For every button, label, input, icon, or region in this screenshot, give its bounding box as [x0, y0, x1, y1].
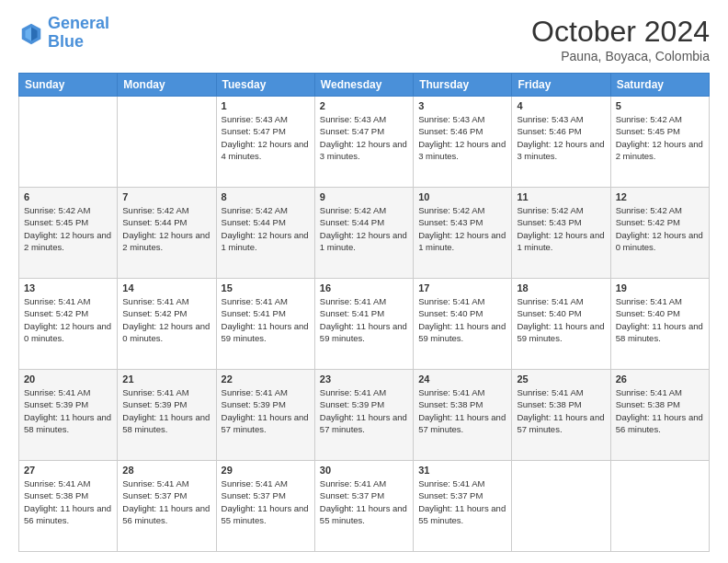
day-info: Sunrise: 5:41 AMSunset: 5:39 PMDaylight:…: [24, 386, 112, 435]
sunset-text: Sunset: 5:45 PM: [616, 126, 680, 136]
header: General Blue October 2024 Pauna, Boyaca,…: [18, 15, 710, 63]
day-info: Sunrise: 5:42 AMSunset: 5:45 PMDaylight:…: [616, 113, 704, 162]
daylight-text: Daylight: 12 hours and 1 minute.: [222, 230, 309, 252]
sunset-text: Sunset: 5:45 PM: [24, 217, 88, 227]
daylight-text: Daylight: 11 hours and 59 minutes.: [320, 321, 407, 343]
day-info: Sunrise: 5:41 AMSunset: 5:42 PMDaylight:…: [24, 295, 112, 344]
daylight-text: Daylight: 11 hours and 59 minutes.: [418, 321, 506, 343]
sunrise-text: Sunrise: 5:42 AM: [418, 205, 484, 215]
daylight-text: Daylight: 11 hours and 58 minutes.: [616, 321, 703, 343]
daylight-text: Daylight: 11 hours and 57 minutes.: [418, 412, 506, 434]
sunset-text: Sunset: 5:42 PM: [24, 308, 88, 318]
sunset-text: Sunset: 5:38 PM: [24, 490, 88, 500]
sunrise-text: Sunrise: 5:42 AM: [616, 114, 682, 124]
sunset-text: Sunset: 5:43 PM: [418, 217, 483, 227]
daylight-text: Daylight: 12 hours and 0 minutes.: [24, 321, 111, 343]
daylight-text: Daylight: 11 hours and 58 minutes.: [24, 412, 111, 434]
weekday-header-row: SundayMondayTuesdayWednesdayThursdayFrid…: [19, 74, 710, 97]
day-info: Sunrise: 5:41 AMSunset: 5:40 PMDaylight:…: [616, 295, 704, 344]
calendar-cell: 14Sunrise: 5:41 AMSunset: 5:42 PMDayligh…: [118, 279, 216, 370]
calendar-cell: 27Sunrise: 5:41 AMSunset: 5:38 PMDayligh…: [19, 461, 118, 552]
calendar-cell: 19Sunrise: 5:41 AMSunset: 5:40 PMDayligh…: [610, 279, 709, 370]
calendar-cell: 17Sunrise: 5:41 AMSunset: 5:40 PMDayligh…: [414, 279, 512, 370]
logo-text: General Blue: [48, 15, 109, 52]
daylight-text: Daylight: 11 hours and 59 minutes.: [517, 321, 604, 343]
day-info: Sunrise: 5:41 AMSunset: 5:38 PMDaylight:…: [418, 386, 506, 435]
sunset-text: Sunset: 5:38 PM: [616, 399, 680, 409]
day-info: Sunrise: 5:41 AMSunset: 5:39 PMDaylight:…: [122, 386, 210, 435]
day-info: Sunrise: 5:41 AMSunset: 5:41 PMDaylight:…: [320, 295, 408, 344]
sunset-text: Sunset: 5:42 PM: [122, 308, 187, 318]
calendar-cell: 12Sunrise: 5:42 AMSunset: 5:42 PMDayligh…: [610, 188, 709, 279]
week-row-4: 20Sunrise: 5:41 AMSunset: 5:39 PMDayligh…: [19, 370, 710, 461]
sunrise-text: Sunrise: 5:41 AM: [122, 296, 188, 306]
sunset-text: Sunset: 5:44 PM: [222, 217, 286, 227]
sunrise-text: Sunrise: 5:41 AM: [616, 296, 682, 306]
day-info: Sunrise: 5:41 AMSunset: 5:41 PMDaylight:…: [222, 295, 310, 344]
day-number: 14: [122, 282, 210, 293]
calendar-cell: 22Sunrise: 5:41 AMSunset: 5:39 PMDayligh…: [216, 370, 314, 461]
calendar-cell: 13Sunrise: 5:41 AMSunset: 5:42 PMDayligh…: [19, 279, 118, 370]
day-number: 20: [24, 373, 112, 385]
day-info: Sunrise: 5:41 AMSunset: 5:38 PMDaylight:…: [24, 477, 112, 526]
sunset-text: Sunset: 5:43 PM: [517, 217, 581, 227]
location: Pauna, Boyaca, Colombia: [531, 49, 710, 63]
daylight-text: Daylight: 12 hours and 2 minutes.: [122, 230, 210, 252]
sunrise-text: Sunrise: 5:43 AM: [320, 114, 386, 124]
week-row-1: 1Sunrise: 5:43 AMSunset: 5:47 PMDaylight…: [19, 97, 710, 188]
daylight-text: Daylight: 12 hours and 2 minutes.: [24, 230, 111, 252]
sunset-text: Sunset: 5:40 PM: [418, 308, 483, 318]
calendar-cell: 18Sunrise: 5:41 AMSunset: 5:40 PMDayligh…: [512, 279, 610, 370]
daylight-text: Daylight: 12 hours and 4 minutes.: [222, 139, 309, 161]
day-number: 29: [222, 465, 310, 476]
day-number: 31: [418, 465, 506, 476]
sunset-text: Sunset: 5:46 PM: [418, 126, 483, 136]
calendar-cell: 23Sunrise: 5:41 AMSunset: 5:39 PMDayligh…: [314, 370, 413, 461]
day-number: 17: [418, 282, 506, 293]
day-number: 7: [122, 191, 210, 202]
weekday-header-saturday: Saturday: [610, 74, 709, 97]
sunset-text: Sunset: 5:39 PM: [122, 399, 187, 409]
sunset-text: Sunset: 5:47 PM: [320, 126, 384, 136]
calendar-cell: 7Sunrise: 5:42 AMSunset: 5:44 PMDaylight…: [118, 188, 216, 279]
sunset-text: Sunset: 5:39 PM: [320, 399, 384, 409]
day-info: Sunrise: 5:41 AMSunset: 5:37 PMDaylight:…: [320, 477, 408, 526]
calendar-cell: 6Sunrise: 5:42 AMSunset: 5:45 PMDaylight…: [19, 188, 118, 279]
day-info: Sunrise: 5:41 AMSunset: 5:39 PMDaylight:…: [222, 386, 310, 435]
daylight-text: Daylight: 11 hours and 57 minutes.: [320, 412, 407, 434]
calendar-cell: 21Sunrise: 5:41 AMSunset: 5:39 PMDayligh…: [118, 370, 216, 461]
day-info: Sunrise: 5:42 AMSunset: 5:42 PMDaylight:…: [616, 204, 704, 253]
sunrise-text: Sunrise: 5:41 AM: [418, 387, 484, 397]
day-number: 6: [24, 191, 112, 202]
daylight-text: Daylight: 11 hours and 56 minutes.: [24, 503, 111, 525]
day-number: 9: [320, 191, 408, 202]
sunrise-text: Sunrise: 5:42 AM: [517, 205, 583, 215]
day-number: 8: [222, 191, 310, 202]
day-number: 1: [222, 100, 310, 111]
sunrise-text: Sunrise: 5:41 AM: [517, 296, 583, 306]
daylight-text: Daylight: 12 hours and 1 minute.: [418, 230, 506, 252]
daylight-text: Daylight: 11 hours and 58 minutes.: [122, 412, 210, 434]
calendar-cell: 2Sunrise: 5:43 AMSunset: 5:47 PMDaylight…: [314, 97, 413, 188]
day-info: Sunrise: 5:43 AMSunset: 5:46 PMDaylight:…: [517, 113, 605, 162]
calendar-cell: 24Sunrise: 5:41 AMSunset: 5:38 PMDayligh…: [414, 370, 512, 461]
calendar-cell: 3Sunrise: 5:43 AMSunset: 5:46 PMDaylight…: [414, 97, 512, 188]
day-number: 11: [517, 191, 605, 202]
day-info: Sunrise: 5:43 AMSunset: 5:47 PMDaylight:…: [320, 113, 408, 162]
day-info: Sunrise: 5:41 AMSunset: 5:37 PMDaylight:…: [418, 477, 506, 526]
sunset-text: Sunset: 5:40 PM: [616, 308, 680, 318]
daylight-text: Daylight: 11 hours and 55 minutes.: [222, 503, 309, 525]
sunrise-text: Sunrise: 5:41 AM: [122, 387, 188, 397]
day-number: 13: [24, 282, 112, 293]
daylight-text: Daylight: 11 hours and 59 minutes.: [222, 321, 309, 343]
day-number: 28: [122, 465, 210, 476]
sunrise-text: Sunrise: 5:41 AM: [222, 387, 288, 397]
day-info: Sunrise: 5:41 AMSunset: 5:39 PMDaylight:…: [320, 386, 408, 435]
day-number: 15: [222, 282, 310, 293]
calendar-cell: 31Sunrise: 5:41 AMSunset: 5:37 PMDayligh…: [414, 461, 512, 552]
calendar-cell: 16Sunrise: 5:41 AMSunset: 5:41 PMDayligh…: [314, 279, 413, 370]
day-number: 23: [320, 373, 408, 385]
daylight-text: Daylight: 12 hours and 3 minutes.: [320, 139, 407, 161]
calendar-cell: [610, 461, 709, 552]
daylight-text: Daylight: 11 hours and 57 minutes.: [517, 412, 604, 434]
